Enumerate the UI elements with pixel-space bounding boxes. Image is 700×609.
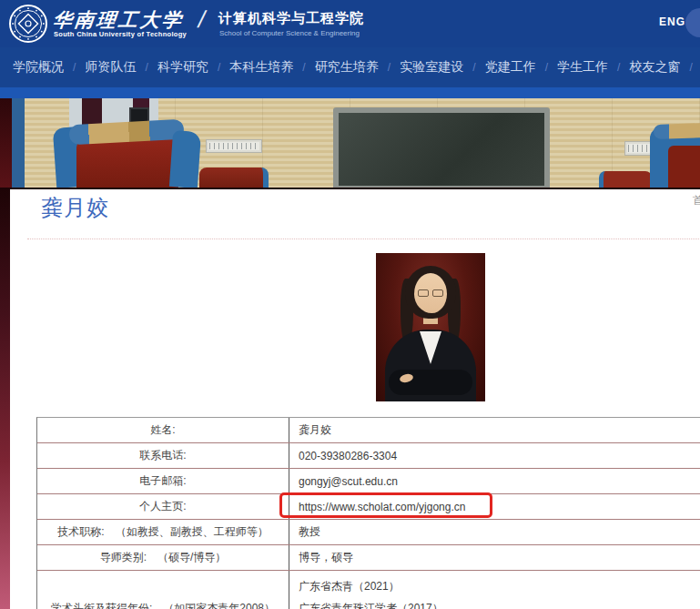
row-value: 广东省杰青（2021） 广东省青年珠江学者（2017） 华南理工大学兴华学者（2…	[289, 571, 700, 609]
banner-chair-seat	[668, 146, 700, 188]
nav-separator: /	[690, 61, 693, 74]
search-icon[interactable]	[685, 8, 700, 37]
banner-chair	[599, 171, 652, 188]
honor-item: 广东省青年珠江学者（2017）	[299, 597, 700, 609]
banner-chair	[199, 167, 269, 188]
table-row-homepage: 个人主页: https://www.scholat.com/yjgong.cn	[37, 494, 700, 520]
language-toggle-eng[interactable]: ENG	[659, 15, 685, 28]
university-name-cn: 华南理工大学	[52, 7, 186, 33]
page-title: 龚月姣	[41, 193, 109, 222]
college-name-en: School of Computer Science & Engineering	[219, 29, 360, 37]
nav-item-research[interactable]: 科学研究	[157, 59, 208, 76]
table-row-phone: 联系电话: 020-39380286-3304	[37, 443, 700, 469]
table-row-name: 姓名: 龚月姣	[37, 418, 700, 443]
row-label: 学术头衔及获得年份: （如国家杰青年2008）	[37, 571, 289, 609]
banner-chair-back	[76, 138, 178, 188]
college-name-cn: 计算机科学与工程学院	[218, 10, 364, 27]
nav-separator: /	[472, 61, 475, 74]
header-divider: /	[196, 5, 208, 34]
nav-item-alumni[interactable]: 校友之窗	[630, 59, 681, 76]
nav-separator: /	[617, 61, 620, 74]
university-name-en: South China University of Technology	[54, 30, 187, 38]
row-label: 个人主页:	[37, 494, 289, 519]
title-divider	[27, 239, 700, 239]
row-value: 教授	[289, 520, 700, 544]
row-value: 博导，硕导	[289, 545, 700, 570]
banner-chair-headrest	[654, 123, 700, 139]
nav-item-undergraduate[interactable]: 本科生培养	[229, 59, 293, 76]
faculty-portrait-photo	[376, 253, 485, 401]
banner-projection-screen	[333, 107, 550, 188]
nav-separator: /	[145, 61, 147, 74]
banner-chair-arm	[169, 130, 201, 188]
nav-item-overview[interactable]: 学院概况	[13, 59, 64, 76]
portrait-glasses	[432, 289, 443, 297]
row-label: 技术职称: （如教授、副教授、工程师等）	[37, 520, 289, 544]
banner-image	[0, 98, 700, 188]
site-header: 华南理工大学 South China University of Technol…	[0, 0, 700, 47]
table-row-title: 技术职称: （如教授、副教授、工程师等） 教授	[37, 520, 700, 545]
row-value: 020-39380286-3304	[289, 443, 700, 468]
profile-table: 姓名: 龚月姣 联系电话: 020-39380286-3304 电子邮箱: go…	[36, 417, 700, 609]
nav-item-lab[interactable]: 实验室建设	[400, 59, 463, 76]
banner-air-vent	[206, 139, 262, 153]
table-row-honors: 学术头衔及获得年份: （如国家杰青年2008） 广东省杰青（2021） 广东省青…	[37, 571, 700, 609]
row-label: 联系电话:	[37, 443, 289, 468]
nav-separator: /	[73, 61, 76, 74]
nav-separator: /	[388, 61, 391, 74]
table-row-supervisor-type: 导师类别: （硕导/博导） 博导，硕导	[37, 545, 700, 571]
table-row-email: 电子邮箱: gongyj@scut.edu.cn	[37, 469, 700, 494]
row-value: 龚月姣	[289, 418, 700, 442]
portrait-glasses	[418, 289, 429, 297]
nav-item-party[interactable]: 党建工作	[485, 59, 536, 76]
nav-item-faculty[interactable]: 师资队伍	[85, 59, 136, 76]
row-label: 导师类别: （硕导/博导）	[37, 545, 289, 570]
nav-separator: /	[545, 61, 548, 74]
scut-logo-icon[interactable]	[9, 5, 47, 43]
content-card: 龚月姣 首 姓名: 龚月姣 联系电话: 020-39380286-3	[10, 189, 700, 609]
homepage-url[interactable]: https://www.scholat.com/yjgong.cn	[299, 501, 700, 513]
nav-item-student[interactable]: 学生工作	[557, 59, 608, 76]
banner-top-strip	[0, 87, 700, 98]
row-value: gongyj@scut.edu.cn	[289, 469, 700, 493]
page: 华南理工大学 South China University of Technol…	[0, 0, 700, 609]
nav-separator: /	[218, 61, 220, 74]
nav-separator: /	[302, 61, 305, 74]
row-label: 姓名:	[37, 418, 289, 442]
main-nav: 学院概况 / 师资队伍 / 科学研究 / 本科生培养 / 研究生培养 / 实验室…	[0, 47, 700, 87]
row-label: 电子邮箱:	[37, 469, 289, 493]
honor-item: 广东省杰青（2021）	[299, 575, 700, 597]
portrait-arms	[389, 370, 472, 395]
banner-left-pillar	[12, 98, 25, 188]
breadcrumb[interactable]: 首	[693, 193, 700, 208]
row-value: https://www.scholat.com/yjgong.cn	[289, 494, 700, 519]
nav-item-graduate[interactable]: 研究生培养	[315, 59, 379, 76]
